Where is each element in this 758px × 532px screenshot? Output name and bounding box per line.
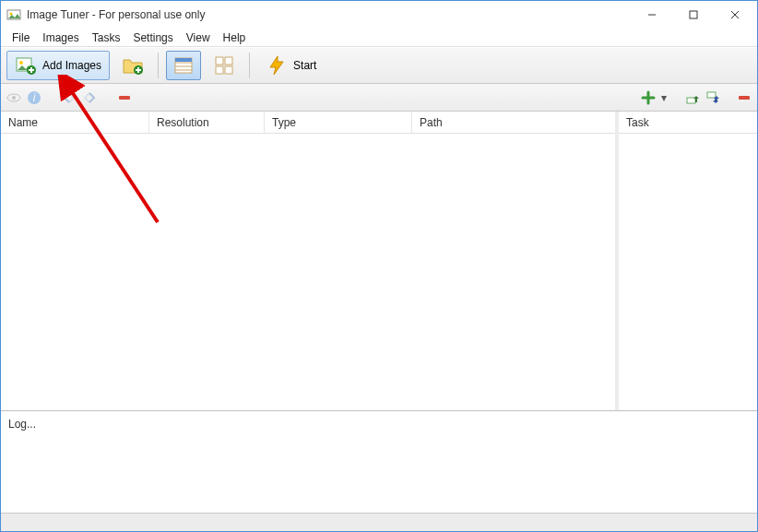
svg-point-20	[12, 96, 16, 100]
images-header-row: Name Resolution Type Path	[1, 112, 615, 134]
remove-task-icon[interactable]	[737, 90, 752, 105]
thumbs-view-button[interactable]	[207, 51, 242, 80]
info-icon[interactable]: i	[27, 90, 41, 105]
svg-rect-16	[225, 57, 232, 65]
col-task[interactable]: Task	[619, 112, 757, 133]
svg-rect-3	[690, 11, 697, 18]
eye-icon[interactable]	[6, 90, 21, 105]
lightning-icon	[266, 54, 288, 77]
col-resolution[interactable]: Resolution	[148, 112, 264, 133]
add-folder-button[interactable]	[115, 51, 150, 80]
content-area: Name Resolution Type Path Task	[1, 112, 757, 411]
list-view-button[interactable]	[166, 51, 201, 80]
toolbar-separator	[249, 53, 250, 78]
rotate-left-icon[interactable]	[62, 90, 77, 105]
svg-rect-15	[216, 57, 223, 65]
svg-point-7	[19, 61, 23, 65]
minimize-button[interactable]	[631, 2, 672, 28]
close-button[interactable]	[714, 2, 755, 28]
svg-text:i: i	[33, 91, 36, 104]
app-icon	[6, 7, 21, 22]
move-up-icon[interactable]	[685, 90, 700, 105]
maximize-button[interactable]	[672, 2, 714, 28]
log-label: Log...	[8, 418, 36, 431]
images-panel: Name Resolution Type Path	[1, 112, 619, 410]
title-bar: Image Tuner - For personal use only	[1, 1, 757, 29]
svg-rect-17	[216, 66, 223, 74]
rotate-right-icon[interactable]	[82, 90, 97, 105]
col-type[interactable]: Type	[264, 112, 411, 133]
remove-icon[interactable]	[117, 90, 132, 105]
toolbar-main: Add Images Start	[1, 47, 757, 84]
add-folder-icon	[122, 54, 144, 77]
start-label: Start	[293, 59, 316, 72]
menu-settings[interactable]: Settings	[127, 30, 178, 46]
toolbar-secondary: i ▾	[1, 84, 757, 112]
svg-rect-14	[175, 58, 192, 62]
add-task-dropdown[interactable]: ▾	[661, 91, 669, 104]
menu-bar: File Images Tasks Settings View Help	[1, 29, 757, 47]
col-name[interactable]: Name	[1, 112, 148, 133]
add-image-icon	[15, 54, 37, 77]
images-list-empty[interactable]	[1, 134, 615, 410]
toolbar-separator	[158, 53, 159, 78]
list-view-icon	[172, 54, 195, 77]
svg-rect-25	[707, 92, 716, 98]
start-button[interactable]: Start	[257, 51, 325, 80]
menu-view[interactable]: View	[181, 30, 216, 46]
add-task-icon[interactable]	[641, 90, 656, 105]
menu-images[interactable]: Images	[37, 30, 84, 46]
tasks-panel: Task	[619, 112, 757, 410]
status-bar	[1, 513, 757, 531]
tasks-header-row: Task	[619, 112, 757, 134]
thumbs-view-icon	[213, 54, 235, 77]
add-images-label: Add Images	[42, 59, 101, 72]
svg-rect-23	[119, 96, 130, 100]
move-down-icon[interactable]	[705, 90, 720, 105]
col-path[interactable]: Path	[411, 112, 615, 133]
svg-point-1	[10, 13, 13, 16]
svg-rect-18	[225, 66, 232, 74]
add-images-button[interactable]: Add Images	[6, 51, 110, 80]
menu-tasks[interactable]: Tasks	[87, 30, 126, 46]
window-title: Image Tuner - For personal use only	[27, 8, 631, 21]
log-panel: Log...	[1, 411, 757, 513]
menu-file[interactable]: File	[6, 30, 35, 46]
menu-help[interactable]: Help	[218, 30, 252, 46]
svg-rect-26	[739, 96, 750, 100]
